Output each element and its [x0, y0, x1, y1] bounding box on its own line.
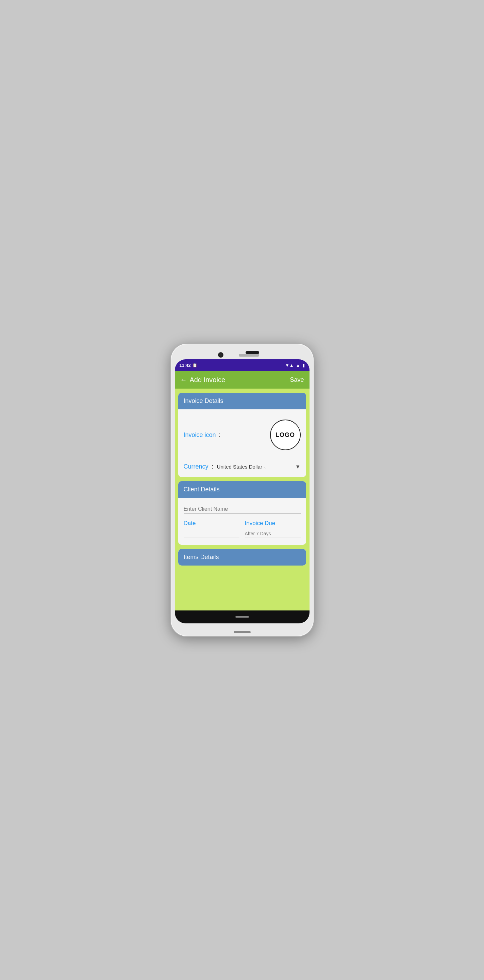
currency-dropdown[interactable]: United States Dollar -. ▼ — [217, 464, 301, 470]
date-input[interactable] — [184, 530, 240, 538]
battery-icon: ▮ — [302, 363, 305, 368]
invoice-details-title: Invoice Details — [184, 398, 224, 404]
invoice-details-card: Invoice Details Invoice icon : LOGO — [178, 393, 306, 477]
currency-value: United States Dollar -. — [217, 464, 267, 469]
sim-icon: 📋 — [192, 363, 197, 368]
client-name-input[interactable] — [184, 504, 301, 514]
front-sensor — [246, 351, 259, 354]
back-button[interactable]: ← — [180, 376, 187, 384]
phone-frame: 11:42 📋 ▼▲ ▲ ▮ ← Add Invoice Save Invoic… — [171, 344, 314, 636]
save-button[interactable]: Save — [290, 376, 304, 383]
invoice-icon-row: Invoice icon : LOGO — [184, 416, 301, 457]
phone-screen: 11:42 📋 ▼▲ ▲ ▮ ← Add Invoice Save Invoic… — [175, 360, 309, 624]
page-title: Add Invoice — [190, 376, 225, 384]
items-details-card: Items Details — [178, 549, 306, 566]
items-details-title: Items Details — [184, 554, 219, 560]
camera-icon — [218, 353, 223, 357]
bottom-nav-bar — [175, 611, 309, 624]
status-icons: ▼▲ ▲ ▮ — [285, 363, 305, 368]
home-indicator — [235, 616, 249, 617]
signal-icon: ▲ — [296, 363, 300, 368]
items-details-header: Items Details — [178, 549, 306, 566]
client-name-field — [184, 504, 301, 514]
client-details-body: Date Invoice Due — [178, 498, 306, 545]
client-details-card: Client Details Date Invoice Due — [178, 481, 306, 545]
date-invoice-due-row: Date Invoice Due — [184, 520, 301, 538]
client-details-header: Client Details — [178, 481, 306, 498]
currency-colon: : — [212, 463, 214, 470]
app-bar-left: ← Add Invoice — [180, 376, 225, 384]
invoice-due-label: Invoice Due — [245, 520, 301, 527]
app-bar: ← Add Invoice Save — [175, 371, 309, 388]
invoice-details-header: Invoice Details — [178, 393, 306, 409]
client-details-title: Client Details — [184, 486, 220, 493]
invoice-details-body: Invoice icon : LOGO Currency : United St… — [178, 409, 306, 477]
home-indicator-bar — [234, 631, 251, 633]
invoice-due-input[interactable] — [245, 530, 301, 538]
currency-dropdown-arrow: ▼ — [295, 464, 301, 470]
currency-row: Currency : United States Dollar -. ▼ — [184, 463, 301, 470]
date-label: Date — [184, 520, 240, 527]
wifi-icon: ▼▲ — [285, 363, 294, 368]
date-field: Date — [184, 520, 240, 538]
time-label: 11:42 — [179, 363, 191, 368]
invoice-icon-label: Invoice icon — [184, 431, 216, 439]
invoice-due-field: Invoice Due — [245, 520, 301, 538]
speaker-top — [239, 354, 259, 356]
status-bar: 11:42 📋 ▼▲ ▲ ▮ — [175, 360, 309, 371]
currency-label: Currency — [184, 463, 208, 470]
invoice-icon-colon: : — [219, 431, 221, 439]
screen-content: Invoice Details Invoice icon : LOGO — [175, 388, 309, 611]
logo-text: LOGO — [276, 431, 295, 439]
logo-upload-button[interactable]: LOGO — [270, 420, 301, 450]
status-time: 11:42 📋 — [179, 363, 197, 368]
